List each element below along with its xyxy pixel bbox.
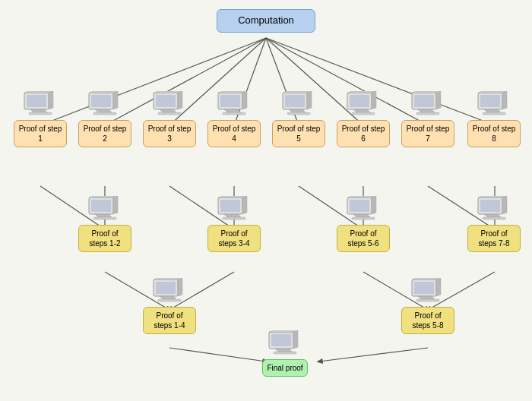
svg-marker-81 <box>242 196 247 214</box>
svg-rect-53 <box>350 95 369 107</box>
computer-icon-s3 <box>152 91 187 118</box>
svg-rect-73 <box>93 217 116 219</box>
svg-rect-59 <box>414 95 434 107</box>
computer-icon-s8 <box>477 91 511 118</box>
svg-rect-91 <box>483 217 505 219</box>
svg-marker-57 <box>372 91 376 109</box>
svg-marker-69 <box>502 91 507 109</box>
step5-node: Proof of step 5 <box>272 91 325 147</box>
computer-icon-s5 <box>281 91 316 118</box>
step1-label: Proof of step 1 <box>14 120 67 147</box>
root-node: Computation <box>217 9 315 33</box>
svg-rect-25 <box>29 112 52 115</box>
step56-node: Proof of steps 5-6 <box>337 196 390 252</box>
step58-node: Proof of steps 5-8 <box>401 278 454 334</box>
svg-marker-72 <box>95 214 112 217</box>
svg-marker-108 <box>275 349 292 352</box>
svg-line-21 <box>319 348 428 362</box>
svg-marker-90 <box>484 214 501 217</box>
step2-label: Proof of step 2 <box>78 120 131 147</box>
svg-rect-41 <box>220 95 240 107</box>
svg-rect-49 <box>287 112 310 115</box>
step4-label: Proof of step 4 <box>207 120 261 147</box>
computer-icon-s58 <box>410 278 445 305</box>
step12-node: Proof of steps 1-2 <box>78 196 131 252</box>
computer-icon-s14 <box>152 278 187 305</box>
svg-marker-96 <box>160 296 176 299</box>
svg-marker-42 <box>224 109 241 112</box>
svg-marker-54 <box>353 109 370 112</box>
svg-rect-83 <box>350 200 369 212</box>
svg-marker-33 <box>113 91 118 109</box>
computer-icon-s1 <box>23 91 58 118</box>
step56-label: Proof of steps 5-6 <box>337 225 390 252</box>
svg-marker-87 <box>372 196 376 214</box>
svg-marker-99 <box>178 278 182 296</box>
step34-node: Proof of steps 3-4 <box>207 196 261 252</box>
svg-marker-60 <box>418 109 435 112</box>
computer-icon-s2 <box>87 91 122 118</box>
final-label: Final proof <box>262 359 307 377</box>
root-label: Computation <box>217 9 315 33</box>
svg-rect-89 <box>480 200 500 212</box>
svg-marker-36 <box>160 109 176 112</box>
svg-marker-51 <box>307 91 312 109</box>
svg-rect-65 <box>480 95 500 107</box>
svg-marker-66 <box>484 109 501 112</box>
diagram: Computation Proof of step 1 Proof of ste… <box>0 0 532 401</box>
svg-rect-103 <box>416 299 439 302</box>
svg-marker-24 <box>30 109 47 112</box>
svg-marker-102 <box>418 296 435 299</box>
step78-node: Proof of steps 7-8 <box>467 196 521 252</box>
svg-marker-93 <box>502 196 507 214</box>
step1-node: Proof of step 1 <box>14 91 67 147</box>
step14-node: Proof of steps 1-4 <box>143 278 196 334</box>
svg-rect-97 <box>158 299 181 302</box>
svg-rect-23 <box>27 95 46 107</box>
step8-node: Proof of step 8 <box>467 91 521 147</box>
computer-icon-final <box>268 330 302 358</box>
svg-rect-79 <box>223 217 245 219</box>
svg-rect-67 <box>483 112 505 115</box>
svg-line-20 <box>169 348 266 362</box>
svg-marker-75 <box>113 196 118 214</box>
svg-rect-43 <box>223 112 245 115</box>
svg-rect-107 <box>271 334 291 346</box>
svg-marker-63 <box>436 91 441 109</box>
computer-icon-s7 <box>410 91 445 118</box>
svg-marker-48 <box>289 109 306 112</box>
step7-label: Proof of step 7 <box>401 120 454 147</box>
final-node: Final proof <box>258 330 312 377</box>
step34-label: Proof of steps 3-4 <box>207 225 261 252</box>
svg-rect-61 <box>416 112 439 115</box>
step6-label: Proof of step 6 <box>337 120 390 147</box>
svg-marker-105 <box>436 278 441 296</box>
svg-marker-78 <box>224 214 241 217</box>
svg-marker-45 <box>242 91 247 109</box>
step3-node: Proof of step 3 <box>143 91 196 147</box>
step78-label: Proof of steps 7-8 <box>467 225 521 252</box>
step14-label: Proof of steps 1-4 <box>143 307 196 334</box>
step3-label: Proof of step 3 <box>143 120 196 147</box>
step12-label: Proof of steps 1-2 <box>78 225 131 252</box>
svg-rect-109 <box>274 352 296 354</box>
computer-icon-s6 <box>346 91 381 118</box>
computer-icon-s4 <box>217 91 252 118</box>
computer-icon-s34 <box>217 196 252 223</box>
svg-rect-29 <box>91 95 111 107</box>
step4-node: Proof of step 4 <box>207 91 261 147</box>
step58-label: Proof of steps 5-8 <box>401 307 454 334</box>
step7-node: Proof of step 7 <box>401 91 454 147</box>
computer-icon-s12 <box>87 196 122 223</box>
svg-rect-47 <box>285 95 305 107</box>
svg-rect-71 <box>91 200 111 212</box>
svg-rect-31 <box>93 112 116 115</box>
svg-rect-77 <box>220 200 240 212</box>
svg-rect-95 <box>156 282 176 294</box>
svg-rect-55 <box>352 112 375 115</box>
svg-rect-35 <box>156 95 176 107</box>
svg-rect-101 <box>414 282 434 294</box>
svg-marker-39 <box>178 91 182 109</box>
svg-marker-84 <box>353 214 370 217</box>
step8-label: Proof of step 8 <box>467 120 521 147</box>
